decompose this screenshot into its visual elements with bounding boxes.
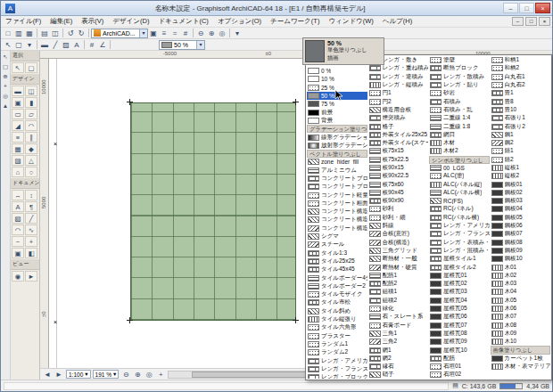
fill-item[interactable]: 板90x15: [368, 164, 429, 172]
fill-item[interactable]: 鋼板07: [491, 230, 551, 238]
fill-item[interactable]: カーペット1枚: [491, 355, 551, 363]
fill-item[interactable]: 板75x15: [368, 147, 429, 155]
fill-item[interactable]: 格子: [368, 122, 429, 130]
fill-item[interactable]: 板75x60: [368, 180, 429, 188]
scrollbar-thumb[interactable]: [192, 372, 321, 378]
fill-item[interactable]: レンガ・表積み・白色: [429, 239, 490, 247]
hotspot-tool-icon[interactable]: +: [25, 236, 37, 247]
level-dimension-tool-icon[interactable]: ↕: [25, 190, 37, 200]
scale-combo[interactable]: 1:100 ▾: [66, 370, 91, 379]
marquee-icon[interactable]: ▢: [13, 40, 24, 50]
marquee-tool-icon[interactable]: ▢: [25, 62, 37, 73]
fill-item[interactable]: 板90x22.5: [368, 172, 429, 180]
fill-item[interactable]: 木05: [491, 297, 551, 305]
fill-item[interactable]: 屋根タイル2: [429, 263, 490, 271]
roof-tool-icon[interactable]: ◢: [12, 120, 24, 131]
undo-icon[interactable]: ↺: [65, 29, 76, 38]
fill-item[interactable]: 屋根瓦01: [429, 272, 490, 280]
zoom-in-icon[interactable]: ⊕: [206, 29, 217, 38]
lamp-tool-icon[interactable]: ○: [25, 167, 37, 177]
fill-item[interactable]: 鋼板03: [491, 197, 551, 205]
line-tool-icon[interactable]: ╱: [25, 213, 37, 224]
fill-item[interactable]: タイル45x45: [307, 265, 367, 274]
mdi-close-button[interactable]: ×: [539, 17, 550, 26]
fill-item[interactable]: 0 %: [307, 67, 367, 75]
structural-grid-fill[interactable]: [130, 102, 296, 321]
fill-item[interactable]: レンガ・混積み・白色: [429, 247, 490, 255]
close-button[interactable]: ×: [535, 3, 550, 13]
fill-item[interactable]: 鋼板04: [491, 205, 551, 213]
fill-item[interactable]: 屋根瓦06: [429, 313, 490, 321]
fill-item[interactable]: 白丸石1: [491, 73, 551, 81]
mesh-tool-icon[interactable]: △: [25, 155, 37, 166]
menu-item-5[interactable]: オプション(O): [213, 16, 266, 27]
fill-item[interactable]: コンクリート粗面: [307, 200, 367, 208]
fill-item[interactable]: 10 %: [307, 75, 367, 83]
column-tool-icon[interactable]: ▮: [25, 97, 37, 108]
beam-tool-icon[interactable]: ▭: [12, 109, 24, 119]
door-tool-icon[interactable]: ◫: [25, 86, 37, 96]
zoom-in-icon[interactable]: ⊕: [132, 370, 143, 380]
fill-item[interactable]: コンクリート構造2: [307, 225, 367, 233]
fill-item[interactable]: 合板(意匠): [368, 230, 429, 238]
fill-item[interactable]: 線形グラデーション: [307, 133, 367, 141]
fill-item[interactable]: スチール: [307, 241, 367, 249]
fill-item[interactable]: 板90x45: [368, 189, 429, 197]
shell-tool-icon[interactable]: ◠: [25, 120, 37, 131]
profile-combo[interactable]: ArchiCAD... ▾: [91, 29, 148, 38]
print-icon[interactable]: ▤: [39, 29, 50, 38]
fill-item[interactable]: 畳8: [491, 97, 551, 105]
menu-item-7[interactable]: ウィンドウ(W): [324, 16, 377, 27]
fill-item[interactable]: 二重線 1:8: [429, 122, 490, 130]
fill-item[interactable]: タイル1:3: [307, 249, 367, 257]
fill-item[interactable]: 木02: [491, 272, 551, 280]
fill-item[interactable]: ランダム1: [307, 340, 367, 348]
fill-item[interactable]: レンガ・重ね積み: [368, 64, 429, 72]
maximize-button[interactable]: □: [519, 3, 534, 13]
fill-item[interactable]: 白丸石2: [491, 81, 551, 89]
orbit-mini-icon[interactable]: ◎: [1, 92, 10, 101]
zoom-out-icon[interactable]: ⊖: [195, 29, 206, 38]
fill-item[interactable]: レンガ・貼り: [429, 81, 490, 89]
elevation-marker[interactable]: ×: [54, 319, 60, 325]
prev-page-icon[interactable]: ◄: [42, 370, 53, 380]
fill-item[interactable]: 鋼板09: [491, 247, 551, 255]
fill-item[interactable]: 配筋2: [368, 280, 429, 288]
railing-tool-icon[interactable]: ∥: [25, 132, 37, 143]
fill-item[interactable]: コンクリートブロック: [307, 175, 367, 183]
fill-item[interactable]: 縦板2: [491, 172, 551, 180]
explore-mini-icon[interactable]: ▲: [1, 102, 10, 110]
fill-item[interactable]: 畳10: [491, 106, 551, 114]
fill-item[interactable]: 石積み・乱: [429, 106, 490, 114]
fill-item[interactable]: コンクリート構造(塗り): [307, 216, 367, 224]
fill-item[interactable]: 構造用合板: [368, 106, 429, 114]
fill-item[interactable]: RC(パネル): [429, 205, 490, 213]
fill-item[interactable]: RC(FS): [429, 197, 490, 205]
fill-item[interactable]: 木10: [491, 338, 551, 346]
fill-item[interactable]: 配筋1: [368, 272, 429, 280]
fill-item[interactable]: 断熱ブロック: [429, 64, 490, 72]
fill-item[interactable]: 板75x22.5: [368, 156, 429, 164]
fill-item[interactable]: 塗壁: [429, 56, 490, 64]
fill-item[interactable]: 屋根瓦07: [429, 322, 490, 330]
publisher-icon[interactable]: ◫: [50, 29, 61, 38]
fill-item[interactable]: 石垣01: [429, 363, 490, 371]
save-icon[interactable]: ▦: [24, 29, 35, 38]
fill-item[interactable]: 三角1: [368, 330, 429, 338]
menu-item-1[interactable]: 編集(E): [45, 16, 77, 27]
fill-item[interactable]: 木材・表マテリアル: [491, 363, 551, 371]
fill-item[interactable]: 石・スレート系: [368, 313, 429, 321]
fill-item[interactable]: 屋根瓦08: [429, 330, 490, 338]
grid-options-icon[interactable]: #: [180, 29, 191, 38]
object-tool-icon[interactable]: ⌂: [12, 167, 24, 177]
open-file-icon[interactable]: ▥: [13, 29, 24, 38]
fill-item[interactable]: タイル縦張り: [307, 315, 367, 323]
menu-item-3[interactable]: デザイン(D): [108, 16, 153, 27]
fill-item[interactable]: 木08: [491, 322, 551, 330]
text-tool-icon[interactable]: A: [12, 201, 24, 212]
fill-item[interactable]: タイル六角形: [307, 323, 367, 331]
fill-item[interactable]: 断熱材・一般: [368, 255, 429, 263]
fill-item[interactable]: コンクリートブロック(立面図用): [307, 183, 367, 191]
fill-item[interactable]: 屋根瓦04: [429, 297, 490, 305]
fill-item[interactable]: ランダム2: [307, 348, 367, 356]
